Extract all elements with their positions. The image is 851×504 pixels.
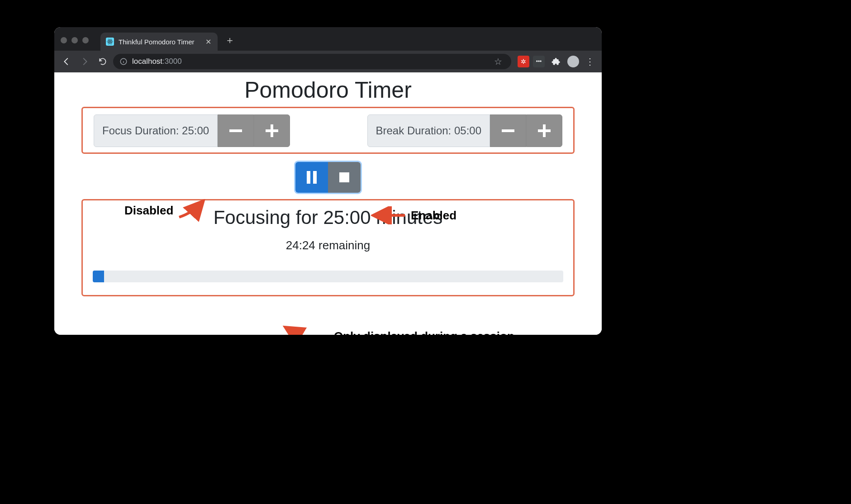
bookmark-star-icon[interactable]: ☆ [494,56,505,67]
profile-avatar[interactable] [567,56,579,67]
site-info-icon[interactable] [119,57,128,66]
break-duration-label: Break Duration: 05:00 [367,114,490,147]
annotation-session-label: Only displayed during a session [334,329,514,335]
page-content: Pomodoro Timer Focus Duration: 25:00 Bre… [54,72,602,335]
toolbar-right: ✲ ••• ⋮ [514,54,597,69]
focus-duration-group: Focus Duration: 25:00 [94,114,290,147]
pause-button[interactable] [295,162,328,193]
annotation-session-only: Only displayed during a session [280,325,514,335]
playback-controls [54,162,602,193]
window-close-icon[interactable] [61,37,67,43]
focus-decrease-button[interactable] [218,114,254,147]
focus-duration-label: Focus Duration: 25:00 [94,114,218,147]
progress-bar-fill [93,271,104,282]
duration-controls-panel: Focus Duration: 25:00 Break Duration: 05… [81,107,575,154]
plus-icon [538,124,551,137]
browser-window: Thinkful Pomodoro Timer ✕ ＋ localhost:30… [54,27,602,335]
reload-button[interactable] [95,54,110,69]
svg-point-3 [109,41,110,42]
plus-icon [266,124,278,137]
stop-button[interactable] [328,162,361,193]
annotation-disabled: Disabled [124,199,209,222]
window-zoom-icon[interactable] [82,37,89,43]
focus-increase-button[interactable] [254,114,290,147]
play-stop-group [295,162,361,193]
break-decrease-button[interactable] [490,114,526,147]
session-remaining: 24:24 remaining [93,238,563,252]
new-tab-button[interactable]: ＋ [218,33,235,51]
annotation-disabled-label: Disabled [124,204,173,218]
react-favicon-icon [106,38,114,46]
extensions-puzzle-icon[interactable] [548,54,564,69]
arrow-icon [177,199,209,222]
browser-tab[interactable]: Thinkful Pomodoro Timer ✕ [100,33,218,51]
url-host: localhost:3000 [132,57,182,66]
extension-redux-icon[interactable]: ✲ [518,56,529,67]
forward-button[interactable] [77,54,92,69]
minus-icon [229,129,242,132]
annotation-enabled: Enabled [371,206,456,224]
tab-strip: Thinkful Pomodoro Timer ✕ ＋ [54,27,602,51]
annotation-enabled-label: Enabled [411,209,456,223]
pause-icon [307,171,317,184]
arrow-icon [371,206,407,224]
window-traffic-lights[interactable] [61,37,100,51]
window-minimize-icon[interactable] [71,37,78,43]
page-title: Pomodoro Timer [54,77,602,103]
stop-icon [339,172,349,182]
address-bar[interactable]: localhost:3000 ☆ [113,54,511,69]
progress-bar-track [93,271,563,282]
break-increase-button[interactable] [526,114,562,147]
extension-more-icon[interactable]: ••• [533,56,545,67]
tab-close-icon[interactable]: ✕ [205,38,211,46]
break-duration-group: Break Duration: 05:00 [367,114,562,147]
minus-icon [502,129,514,132]
arrow-icon [280,325,330,335]
browser-menu-icon[interactable]: ⋮ [583,56,597,67]
tab-title: Thinkful Pomodoro Timer [119,38,195,46]
back-button[interactable] [59,54,74,69]
browser-toolbar: localhost:3000 ☆ ✲ ••• ⋮ [54,51,602,72]
